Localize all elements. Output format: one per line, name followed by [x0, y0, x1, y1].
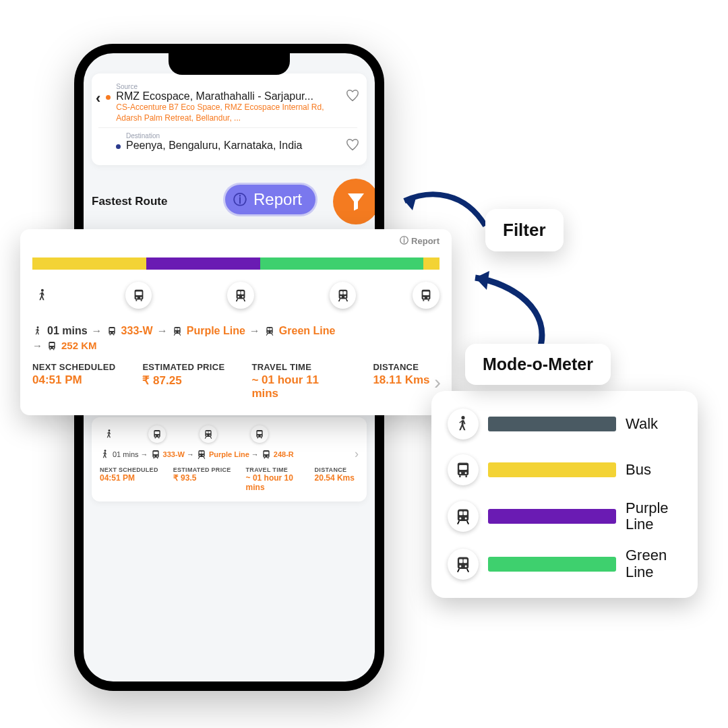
info-icon: ⓘ [233, 191, 247, 209]
meter-segment [32, 257, 146, 270]
report-label: Report [253, 190, 302, 208]
bus-icon [251, 425, 268, 443]
metro-icon [330, 282, 357, 309]
legend-row: Bus [448, 454, 681, 485]
destination-label: Destination [126, 132, 340, 140]
walk-icon [35, 288, 50, 303]
destination-main-text[interactable]: Peenya, Bengaluru, Karnataka, India [126, 140, 340, 152]
bus-icon [148, 425, 166, 443]
stat-value: 18.11 Kms [373, 373, 429, 387]
metro-icon [196, 449, 207, 460]
walk-icon [100, 449, 111, 460]
legend-panel: Walk Bus Purple Line Green Line [431, 391, 698, 598]
walk-time: 01 mins [47, 325, 88, 337]
bus-icon [150, 449, 161, 460]
favorite-source-button[interactable] [345, 83, 360, 107]
line-name: Purple Line [187, 325, 245, 337]
bus-icon [47, 340, 57, 351]
stat-value: ₹ 93.5 [173, 473, 231, 483]
stat-value: 20.54 Kms [315, 473, 355, 483]
route-card-expanded[interactable]: ⓘ Report 01 mins → 333-W → Purple Line →… [20, 229, 452, 415]
legend-color-bar [488, 462, 616, 477]
source-main-text[interactable]: RMZ Ecospace, Marathahalli - Sarjapur... [116, 90, 340, 102]
legend-icon [448, 454, 479, 485]
source-bullet-icon [106, 95, 111, 100]
metro-icon [227, 282, 254, 309]
meter-segment [423, 257, 439, 270]
metro-icon [200, 425, 217, 443]
favorite-destination-button[interactable] [345, 132, 360, 156]
legend-color-bar [488, 417, 616, 431]
line-name: Green Line [279, 325, 336, 337]
info-icon: ⓘ [400, 235, 408, 247]
filter-button[interactable] [333, 179, 375, 224]
stat-label: ESTIMATED PRICE [142, 362, 224, 372]
route-card-2[interactable]: 01 mins → 333-W → Purple Line → 248-R › … [92, 417, 367, 502]
stat-label: ESTIMATED PRICE [173, 466, 231, 473]
walk-icon [32, 326, 43, 336]
bus-icon [107, 326, 117, 336]
bus-icon [413, 282, 439, 309]
report-button[interactable]: ⓘ Report [225, 185, 315, 214]
legend-label: Bus [626, 462, 681, 478]
legend-row: Purple Line [448, 500, 681, 533]
route-code: 333-W [163, 450, 185, 458]
legend-icon [448, 501, 479, 532]
callout-modeometer: Mode-o-Meter [465, 344, 611, 385]
legend-icon [448, 549, 479, 580]
mode-meter-bar [32, 257, 439, 270]
legend-label: Walk [626, 416, 681, 432]
route-code: 248-R [274, 450, 294, 458]
meter-segment [260, 257, 423, 270]
source-label: Source [116, 83, 340, 90]
source-sub-text: CS-Accenture B7 Eco Space, RMZ Ecospace … [116, 102, 340, 123]
stat-label: TRAVEL TIME [246, 466, 300, 473]
extra-km: 252 KM [61, 340, 97, 351]
stat-label: DISTANCE [373, 362, 429, 372]
callout-filter: Filter [485, 209, 564, 251]
location-card: ‹ Source RMZ Ecospace, Marathahalli - Sa… [92, 73, 367, 165]
legend-row: Walk [448, 408, 681, 439]
bus-icon [261, 449, 272, 460]
legend-icon [448, 408, 479, 439]
stat-label: NEXT SCHEDULED [100, 466, 158, 473]
report-link[interactable]: ⓘ Report [400, 235, 439, 247]
stat-label: TRAVEL TIME [251, 362, 346, 372]
stat-value: ~ 01 hour 11 mins [251, 373, 346, 400]
walk-icon [104, 429, 115, 439]
section-title: Fastest Route [92, 195, 167, 208]
metro-icon [172, 326, 183, 336]
back-button[interactable]: ‹ [96, 83, 100, 107]
meter-segment [146, 257, 260, 270]
destination-bullet-icon [116, 144, 121, 149]
legend-row: Green Line [448, 547, 681, 580]
legend-label: Green Line [626, 547, 681, 580]
stat-value: 04:51 PM [100, 473, 158, 483]
legend-color-bar [488, 509, 616, 524]
legend-label: Purple Line [626, 500, 681, 533]
stat-value: 04:51 PM [32, 373, 115, 387]
stat-value: ₹ 87.25 [142, 373, 224, 388]
legend-color-bar [488, 557, 616, 572]
metro-icon [264, 326, 275, 336]
notch [169, 53, 290, 75]
funnel-icon [344, 189, 368, 214]
bus-icon [125, 282, 152, 309]
stat-label: NEXT SCHEDULED [32, 362, 115, 372]
chevron-right-icon: › [434, 371, 441, 394]
chevron-right-icon: › [355, 447, 359, 461]
walk-time: 01 mins [113, 450, 139, 458]
stat-label: DISTANCE [315, 466, 355, 473]
route-code: 333-W [121, 325, 153, 337]
line-name: Purple Line [209, 450, 249, 458]
stat-value: ~ 01 hour 10 mins [246, 473, 300, 492]
